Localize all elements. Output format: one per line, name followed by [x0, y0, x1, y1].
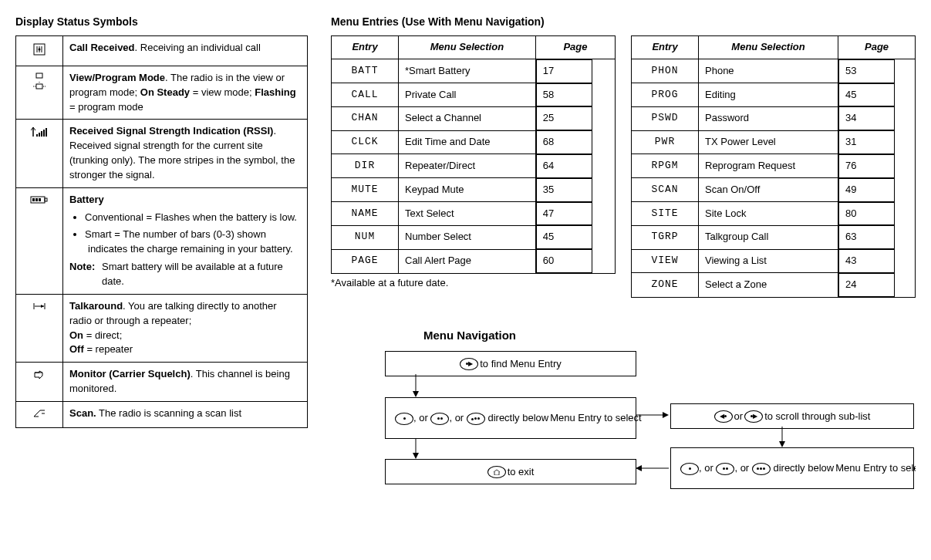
col-entry: Entry [332, 36, 399, 59]
svg-rect-5 [36, 73, 42, 78]
col-selection: Menu Selection [399, 36, 536, 59]
svg-rect-12 [39, 133, 40, 137]
svg-marker-31 [663, 412, 669, 418]
svg-point-4 [39, 49, 41, 51]
menu-navigation-diagram: ▶ to find Menu Entry , or , or directly … [331, 351, 916, 505]
status-view-program-text: View/Program Mode. The radio is in the v… [63, 66, 308, 120]
status-symbols-table: Call Received. Receiving an individual c… [15, 35, 308, 428]
talkaround-icon [32, 301, 46, 315]
view-program-icon [32, 73, 47, 94]
col-page: Page [838, 36, 916, 59]
svg-marker-27 [413, 391, 419, 397]
status-talkaround-text: Talkaround. You are talking directly to … [63, 294, 308, 362]
col-selection: Menu Selection [699, 36, 838, 59]
svg-rect-13 [41, 131, 42, 137]
status-call-received-text: Call Received. Receiving an individual c… [63, 36, 308, 66]
svg-marker-35 [636, 465, 642, 471]
svg-rect-6 [36, 84, 42, 89]
battery-icon [30, 194, 49, 209]
status-rssi-text: Received Signal Strength Indication (RSS… [63, 120, 308, 187]
svg-rect-14 [43, 130, 45, 137]
col-entry: Entry [632, 36, 699, 59]
call-received-icon [32, 42, 47, 61]
svg-rect-19 [35, 198, 38, 201]
scan-icon [32, 408, 46, 423]
display-status-heading: Display Status Symbols [15, 15, 308, 28]
status-battery-text: Battery Conventional = Flashes when the … [63, 187, 308, 294]
menu-entries-table-left: Entry Menu Selection Page BATT*Smart Bat… [331, 35, 616, 274]
svg-rect-11 [36, 134, 38, 137]
menu-entries-table-right: Entry Menu Selection Page PHONPhone53 PR… [631, 35, 916, 298]
svg-marker-24 [41, 305, 44, 308]
col-page: Page [535, 36, 615, 59]
svg-marker-33 [779, 441, 785, 447]
monitor-icon [33, 369, 46, 384]
svg-marker-29 [413, 453, 419, 459]
svg-rect-15 [46, 128, 47, 137]
svg-rect-17 [45, 198, 47, 201]
svg-rect-18 [32, 198, 35, 201]
menu-footnote: *Available at a future date. [331, 277, 616, 288]
menu-entries-heading: Menu Entries (Use With Menu Navigation) [331, 15, 916, 28]
rssi-icon [31, 126, 48, 143]
svg-rect-20 [39, 198, 41, 201]
status-monitor-text: Monitor (Carrier Squelch). This channel … [63, 363, 308, 402]
status-scan-text: Scan. The radio is scanning a scan list [63, 401, 308, 427]
menu-navigation-heading: Menu Navigation [423, 329, 916, 342]
